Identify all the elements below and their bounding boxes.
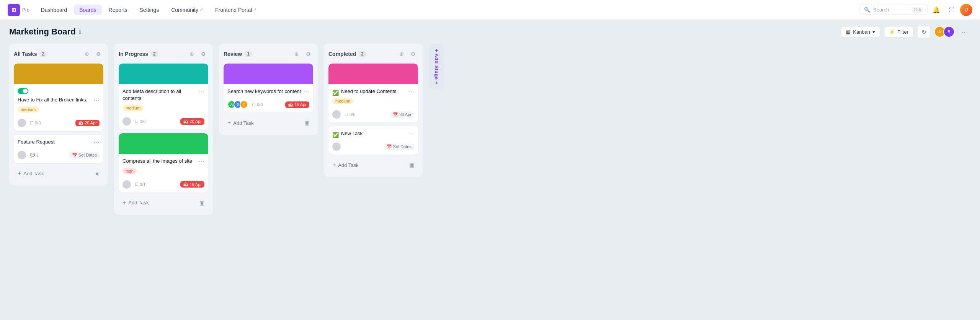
card-feature-request[interactable]: Feature Request ⋯ 💬 1 📅 Set Dates: [14, 135, 103, 163]
add-stage-button[interactable]: + + Add Stage: [429, 44, 444, 90]
card-menu-button[interactable]: ⋯: [408, 130, 414, 137]
expand-button[interactable]: ⛶: [945, 3, 959, 17]
card-menu-button[interactable]: ⋯: [198, 88, 204, 95]
card-menu-button[interactable]: ⋯: [303, 88, 309, 95]
card-set-dates[interactable]: 📅 Set Dates: [384, 144, 414, 150]
nav-reports[interactable]: Reports: [103, 5, 133, 15]
card-menu-button[interactable]: ⋯: [408, 88, 414, 95]
add-task-icon: ▣: [304, 120, 309, 126]
card-footer: ☐ 0/0 📅 20 Apr: [14, 119, 103, 127]
board-header-actions: ▦ Kanban ▾ ⚡ Filter ↻ A B ⋯: [841, 25, 971, 38]
add-task-button-all-tasks[interactable]: + Add Task ▣: [14, 167, 103, 180]
card-body: Feature Request ⋯: [14, 139, 103, 148]
card-title: Need to update Contents: [341, 88, 397, 95]
col-title-all-tasks: All Tasks: [14, 51, 37, 57]
card-footer: ☐ 0/0 📅 30 Apr: [328, 110, 418, 119]
notifications-button[interactable]: 🔔: [929, 3, 943, 17]
card-toggle-row: [14, 88, 103, 95]
column-header-all-tasks: All Tasks 2 ⊕ ⚙: [14, 49, 103, 59]
comment-icon: 💬: [30, 153, 35, 158]
col-settings-button-review[interactable]: ⚙: [303, 49, 313, 59]
column-completed: Completed 2 ⊕ ⚙ ✅ Need to update Content…: [324, 44, 423, 177]
search-box[interactable]: 🔍 Search ⌘ k: [859, 5, 928, 15]
card-menu-button[interactable]: ⋯: [93, 139, 100, 146]
card-task-count: ☐ 0/0: [135, 119, 145, 124]
add-task-icon: ▣: [409, 162, 414, 168]
col-count-review: 1: [244, 51, 252, 57]
card-header-row: Search new keywords for content ⋯: [227, 88, 309, 97]
add-task-label: Add Task: [23, 171, 44, 176]
brand-logo[interactable]: ⊞ Pro: [8, 4, 29, 16]
card-color-bar: [119, 64, 208, 84]
col-add-button-completed[interactable]: ⊕: [397, 49, 407, 59]
column-header-completed: Completed 2 ⊕ ⚙: [328, 49, 418, 59]
card-header-row: Feature Request ⋯: [18, 139, 100, 148]
col-actions-in-progress: ⊕ ⚙: [187, 49, 208, 59]
add-task-button-completed[interactable]: + Add Task ▣: [328, 158, 418, 171]
card-header-row: Add Meta description to all contents ⋯: [122, 88, 204, 104]
col-add-button-review[interactable]: ⊕: [292, 49, 302, 59]
toggle-switch[interactable]: [18, 88, 28, 94]
card-menu-button[interactable]: ⋯: [93, 96, 100, 104]
nav-community[interactable]: Community ↗: [166, 5, 208, 15]
col-title-completed: Completed: [328, 51, 356, 57]
calendar-icon: 📅: [72, 153, 77, 158]
filter-icon: ⚡: [889, 29, 895, 35]
col-count-completed: 2: [358, 51, 366, 57]
more-options-button[interactable]: ⋯: [959, 26, 971, 38]
checkbox-icon: ☐: [135, 119, 139, 124]
card-update-contents[interactable]: ✅ Need to update Contents ⋯ medium ☐ 0/0…: [328, 64, 418, 122]
card-header-row: ✅ New Task ⋯: [332, 130, 414, 139]
card-set-dates[interactable]: 📅 Set Dates: [69, 152, 100, 158]
card-body: Have to Fix all the Broken links. ⋯ medi…: [14, 96, 103, 116]
nav-boards[interactable]: Boards: [74, 5, 101, 15]
column-header-in-progress: In Progress 2 ⊕ ⚙: [119, 49, 208, 59]
card-compress-images[interactable]: Compress all the Images of site ⋯ high ☐…: [119, 133, 208, 192]
kanban-view-button[interactable]: ▦ Kanban ▾: [841, 26, 880, 38]
col-title-review: Review: [224, 51, 242, 57]
card-assignee-avatar: [122, 117, 131, 126]
card-footer: A B C ☐ 0/0 📅 15 Apr: [224, 100, 313, 109]
col-settings-button-all-tasks[interactable]: ⚙: [93, 49, 103, 59]
col-settings-button-completed[interactable]: ⚙: [408, 49, 418, 59]
checkbox-icon: ☐: [345, 112, 348, 117]
board-info-icon[interactable]: ℹ: [79, 29, 81, 35]
card-new-task[interactable]: ✅ New Task ⋯ 📅 Set Dates: [328, 126, 418, 155]
plus-icon: +: [227, 119, 231, 126]
card-title: Search new keywords for content: [227, 88, 301, 95]
add-stage-label: + + Add Stage: [434, 49, 439, 85]
col-add-button-all-tasks[interactable]: ⊕: [82, 49, 92, 59]
card-task-count: ☐ 0/1: [135, 182, 145, 187]
card-fix-broken-links[interactable]: Have to Fix all the Broken links. ⋯ medi…: [14, 64, 103, 131]
filter-button[interactable]: ⚡ Filter: [884, 26, 913, 38]
col-add-button-in-progress[interactable]: ⊕: [187, 49, 197, 59]
user-avatar[interactable]: U: [960, 4, 972, 16]
card-title: Compress all the Images of site: [122, 158, 192, 165]
card-header-row: Have to Fix all the Broken links. ⋯: [18, 96, 100, 106]
add-task-button-in-progress[interactable]: + Add Task ▣: [119, 196, 208, 209]
checkbox-icon: ☐: [252, 102, 256, 107]
column-review: Review 1 ⊕ ⚙ Search new keywords for con…: [219, 44, 318, 135]
refresh-button[interactable]: ↻: [917, 25, 930, 38]
card-title: Add Meta description to all contents: [122, 88, 198, 102]
checkbox-icon: ☐: [135, 182, 139, 187]
add-task-button-review[interactable]: + Add Task ▣: [224, 116, 313, 129]
brand-icon: ⊞: [8, 4, 20, 16]
add-task-icon: ▣: [95, 170, 100, 176]
col-actions-all-tasks: ⊕ ⚙: [82, 49, 103, 59]
priority-badge-high: high: [122, 168, 137, 174]
search-icon: 🔍: [864, 7, 870, 13]
card-assignee-avatar: [18, 151, 26, 159]
col-settings-button-in-progress[interactable]: ⚙: [198, 49, 208, 59]
card-footer: ☐ 0/1 📅 16 Apr: [119, 180, 208, 189]
nav-settings[interactable]: Settings: [134, 5, 165, 15]
card-assignee-avatar: [122, 180, 131, 189]
card-search-keywords[interactable]: Search new keywords for content ⋯ A B C …: [224, 64, 313, 113]
column-header-review: Review 1 ⊕ ⚙: [224, 49, 313, 59]
nav-dashboard[interactable]: Dashboard: [36, 5, 73, 15]
card-meta-description[interactable]: Add Meta description to all contents ⋯ m…: [119, 64, 208, 129]
nav-frontend-portal[interactable]: Frontend Portal ↗: [210, 5, 262, 15]
board-header: Marketing Board ℹ ▦ Kanban ▾ ⚡ Filter ↻ …: [0, 20, 980, 44]
column-all-tasks: All Tasks 2 ⊕ ⚙ Have to Fix all the Brok…: [9, 44, 108, 185]
card-menu-button[interactable]: ⋯: [198, 158, 204, 165]
